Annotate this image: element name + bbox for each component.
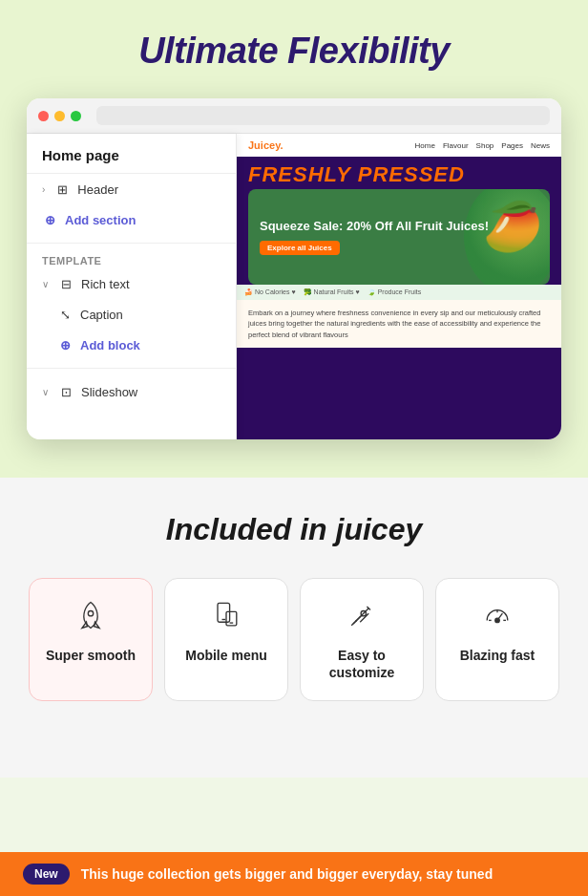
chevron-down-icon: ∨ <box>42 279 49 289</box>
add-section-icon: ⊕ <box>42 212 57 227</box>
info-natural-fruits: 🥦 Natural Fruits ♥ <box>304 288 360 296</box>
slideshow-label: Slideshow <box>81 385 137 399</box>
nav-link-home[interactable]: Home <box>415 141 435 150</box>
mobile-icon <box>209 598 243 637</box>
website-description: Embark on a journey where freshness conv… <box>237 300 561 348</box>
website-nav: Juicey. Home Flavour Shop Pages News <box>237 134 561 157</box>
feature-label-super-smooth: Super smooth <box>46 647 136 664</box>
feature-label-easy-customize: Easy to customize <box>316 647 408 681</box>
feature-label-mobile-menu: Mobile menu <box>185 647 267 664</box>
feature-card-mobile-menu: Mobile menu <box>164 578 288 701</box>
rich-text-icon: ⊟ <box>58 276 74 291</box>
sidebar-item-slideshow[interactable]: ∨ ⊡ Slideshow <box>27 376 236 407</box>
nav-link-shop[interactable]: Shop <box>476 141 494 150</box>
feature-label-blazing-fast: Blazing fast <box>460 647 536 664</box>
svg-line-8 <box>351 622 355 626</box>
browser-dot-red[interactable] <box>38 111 49 121</box>
nav-link-flavour[interactable]: Flavour <box>443 141 469 150</box>
sidebar-page-title: Home page <box>27 147 236 174</box>
chevron-down-icon-2: ∨ <box>42 387 49 397</box>
bottom-section: Included in juicey Super smooth <box>0 478 588 778</box>
website-sale-banner: Squeeze Sale: 20% Off All Fruit Juices! … <box>248 189 550 285</box>
included-title: Included in juicey <box>23 512 565 547</box>
add-block-icon: ⊕ <box>57 337 73 352</box>
feature-card-super-smooth: Super smooth <box>29 578 153 701</box>
caption-icon: ⤡ <box>57 307 73 322</box>
slideshow-icon: ⊡ <box>58 384 74 399</box>
browser-url-bar <box>96 106 550 125</box>
feature-card-easy-customize: Easy to customize <box>300 578 424 701</box>
caption-label: Caption <box>80 308 123 322</box>
browser-dot-green[interactable] <box>71 111 81 121</box>
website-info-bar: 🍰 No Calories ♥ 🥦 Natural Fruits ♥ 🍃 Pro… <box>237 285 561 300</box>
browser-dot-yellow[interactable] <box>54 111 65 121</box>
rich-text-label: Rich text <box>81 277 130 291</box>
pencil-icon <box>345 598 379 637</box>
sidebar-divider-2 <box>27 368 236 369</box>
browser-bar <box>27 98 561 134</box>
nav-link-pages[interactable]: Pages <box>501 141 523 150</box>
svg-line-11 <box>356 616 361 621</box>
top-section: Ultimate Flexibility Home page › ⊞ Heade… <box>0 0 588 478</box>
chevron-right-icon: › <box>42 184 45 195</box>
fruit-decoration: 🥭 <box>483 199 542 254</box>
website-logo: Juicey. <box>248 139 284 151</box>
page-title: Ultimate Flexibility <box>23 31 565 72</box>
website-purple-bar <box>237 348 561 371</box>
sidebar-item-rich-text[interactable]: ∨ ⊟ Rich text <box>27 268 236 299</box>
add-section-label: Add section <box>65 213 136 227</box>
sidebar-template-label: Template <box>27 251 236 268</box>
website-hero: FRESHLY PRESSED Squeeze Sale: 20% Off Al… <box>237 157 561 285</box>
browser-mockup: Home page › ⊞ Header ⊕ Add section Templ… <box>27 98 561 439</box>
website-explore-button[interactable]: Explore all Juices <box>260 241 340 255</box>
sidebar-panel: Home page › ⊞ Header ⊕ Add section Templ… <box>27 134 237 439</box>
feature-card-blazing-fast: Blazing fast <box>435 578 559 701</box>
gauge-icon <box>480 598 514 637</box>
info-no-calories: 🍰 No Calories ♥ <box>244 288 296 296</box>
svg-point-0 <box>88 611 93 616</box>
website-preview: Juicey. Home Flavour Shop Pages News FRE… <box>237 134 561 439</box>
info-produce-fruits: 🍃 Produce Fruits <box>368 288 421 296</box>
sidebar-divider-1 <box>27 243 236 244</box>
sidebar-add-section[interactable]: ⊕ Add section <box>27 204 236 235</box>
website-hero-title: FRESHLY PRESSED <box>248 164 550 185</box>
add-block-label: Add block <box>80 338 140 352</box>
sidebar-item-header[interactable]: › ⊞ Header <box>27 174 236 204</box>
sidebar-add-block[interactable]: ⊕ Add block <box>27 330 236 360</box>
header-label: Header <box>77 182 118 197</box>
nav-link-news[interactable]: News <box>531 141 550 150</box>
website-nav-links: Home Flavour Shop Pages News <box>415 141 550 150</box>
sidebar-item-caption[interactable]: ⤡ Caption <box>27 299 236 330</box>
rocket-icon <box>74 598 108 637</box>
browser-content: Home page › ⊞ Header ⊕ Add section Templ… <box>27 134 561 439</box>
features-grid: Super smooth Mobile menu <box>23 578 565 701</box>
header-icon: ⊞ <box>54 181 70 197</box>
svg-point-13 <box>495 618 500 623</box>
